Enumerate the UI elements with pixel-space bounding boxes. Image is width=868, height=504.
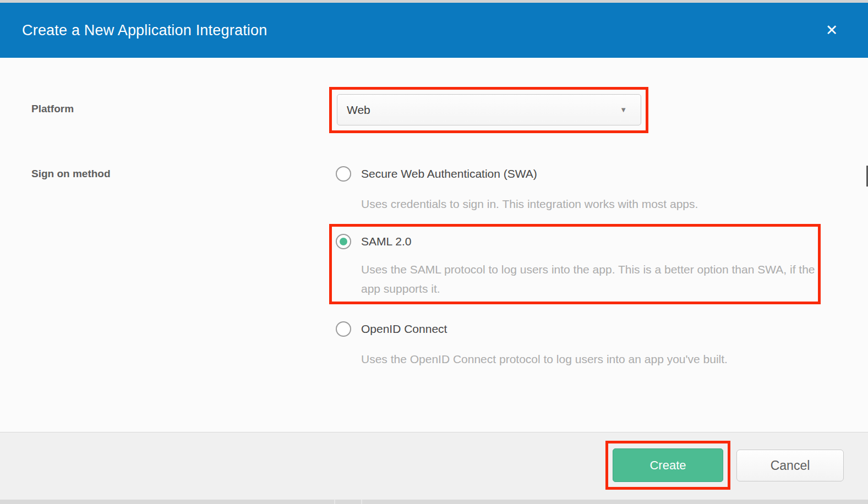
background-divider [361, 500, 362, 504]
modal-title: Create a New Application Integration [0, 22, 267, 39]
radio-button[interactable] [336, 166, 351, 182]
close-icon[interactable]: ✕ [822, 20, 842, 40]
radio-option-label[interactable]: OpenID Connect [361, 322, 447, 336]
platform-dropdown[interactable]: Web ▼ [337, 94, 641, 125]
radio-option-description: Uses the OpenID Connect protocol to log … [361, 349, 834, 369]
create-button[interactable]: Create [613, 448, 723, 482]
background-divider [334, 500, 335, 504]
radio-option-label[interactable]: SAML 2.0 [361, 235, 411, 248]
cancel-button[interactable]: Cancel [736, 450, 844, 481]
sign-on-method-label: Sign on method [31, 168, 111, 180]
page-background-bottom-strip [0, 500, 868, 504]
radio-option-description: Uses the SAML protocol to log users into… [361, 260, 818, 298]
platform-dropdown-value: Web [337, 103, 620, 117]
radio-button[interactable] [336, 321, 351, 337]
chevron-down-icon: ▼ [620, 106, 641, 114]
radio-option-label[interactable]: Secure Web Authentication (SWA) [361, 167, 537, 180]
create-app-integration-modal: Create a New Application Integration ✕ P… [0, 0, 868, 504]
radio-option-description: Uses credentials to sign in. This integr… [361, 194, 801, 213]
platform-label: Platform [31, 103, 74, 115]
radio-button[interactable] [336, 234, 351, 249]
radio-dot [340, 238, 347, 245]
modal-header: Create a New Application Integration ✕ [0, 3, 868, 58]
